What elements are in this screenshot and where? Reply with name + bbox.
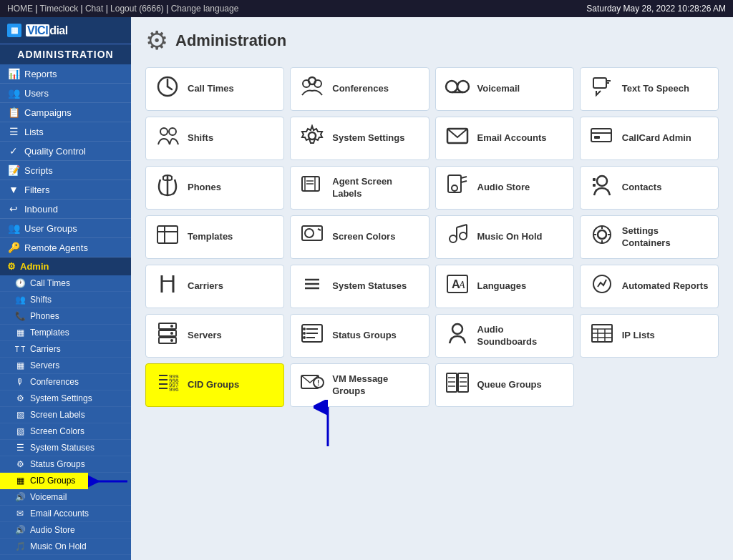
svg-point-62 bbox=[170, 325, 173, 328]
grid-item-templates[interactable]: Templates bbox=[145, 215, 284, 259]
users-icon: 👥 bbox=[7, 87, 20, 99]
servers-sidebar-icon: ▦ bbox=[14, 360, 26, 370]
sidebar-sub-screen-colors[interactable]: ▧ Screen Colors bbox=[0, 423, 131, 440]
svg-line-27 bbox=[461, 177, 467, 178]
sidebar-sub-system-settings[interactable]: ⚙ System Settings bbox=[0, 390, 131, 407]
sidebar-arrow-left bbox=[88, 474, 131, 488]
grid-item-automated-reports[interactable]: Automated Reports bbox=[580, 265, 719, 308]
sidebar-sub-music-on-hold[interactable]: 🎵 Music On Hold bbox=[0, 539, 131, 555]
svg-point-64 bbox=[170, 339, 173, 342]
shifts-icon: 👥 bbox=[14, 295, 26, 305]
svg-point-38 bbox=[450, 235, 457, 242]
grid-item-system-settings[interactable]: System Settings bbox=[290, 117, 429, 160]
grid-item-audio-soundboards[interactable]: Audio Soundboards bbox=[435, 314, 574, 358]
grid-item-music-on-hold[interactable]: Music On Hold bbox=[435, 215, 574, 259]
screencolors-grid-icon bbox=[299, 225, 325, 250]
grid-item-shifts[interactable]: Shifts bbox=[145, 117, 284, 160]
grid-item-system-statuses[interactable]: System Statuses bbox=[290, 265, 429, 308]
svg-point-26 bbox=[452, 185, 457, 191]
sidebar-sub-system-statuses[interactable]: ☰ System Statuses bbox=[0, 440, 131, 456]
topbar-nav[interactable]: HOME | Timeclock | Chat | Logout (6666) … bbox=[7, 4, 238, 14]
voicemail-grid-icon bbox=[445, 77, 470, 102]
sidebar-item-filters[interactable]: ▼ Filters bbox=[0, 180, 131, 200]
nav-logout[interactable]: Logout (6666) bbox=[110, 4, 164, 14]
grid-item-languages[interactable]: AA Languages bbox=[435, 265, 574, 308]
sub-label-shifts: Shifts bbox=[30, 295, 52, 305]
sidebar-item-users[interactable]: 👥 Users bbox=[0, 84, 131, 103]
grid-item-voicemail[interactable]: Voicemail bbox=[435, 67, 574, 111]
cidgroups-sidebar-icon: ▦ bbox=[14, 476, 26, 486]
sidebar-sub-email-accounts[interactable]: ✉ Email Accounts bbox=[0, 506, 131, 522]
phones-label: Phones bbox=[188, 182, 221, 194]
svg-point-8 bbox=[457, 81, 469, 92]
sidebar-item-lists[interactable]: ☰ Lists bbox=[0, 122, 131, 142]
sidebar-sub-servers[interactable]: ▦ Servers bbox=[0, 358, 131, 374]
svg-point-63 bbox=[170, 332, 173, 335]
grid-item-callcard-admin[interactable]: CallCard Admin bbox=[580, 117, 719, 160]
grid-item-call-times[interactable]: Call Times bbox=[145, 67, 284, 111]
grid-item-settings-containers[interactable]: Settings Containers bbox=[580, 215, 719, 259]
sidebar-sub-cid-groups[interactable]: ▦ CID Groups bbox=[0, 473, 88, 489]
servers-label: Servers bbox=[188, 330, 222, 342]
sub-label-calltimes: Call Times bbox=[30, 278, 70, 288]
soundboards-label: Audio Soundboards bbox=[477, 324, 565, 348]
nav-chat[interactable]: Chat bbox=[85, 4, 103, 14]
sub-label-emailaccounts: Email Accounts bbox=[30, 509, 89, 519]
grid-item-contacts[interactable]: Contacts bbox=[580, 166, 719, 210]
grid-item-email-accounts[interactable]: Email Accounts bbox=[435, 117, 574, 160]
sidebar-label-remoteagents: Remote Agents bbox=[24, 242, 88, 253]
sidebar-sub-conferences[interactable]: 🎙 Conferences bbox=[0, 374, 131, 390]
grid-item-phones[interactable]: Phones bbox=[145, 166, 284, 210]
grid-item-status-groups[interactable]: Status Groups bbox=[290, 314, 429, 358]
sidebar-item-remote-agents[interactable]: 🔑 Remote Agents bbox=[0, 238, 131, 257]
nav-home[interactable]: HOME bbox=[7, 4, 33, 14]
grid-item-servers[interactable]: Servers bbox=[145, 314, 284, 358]
sidebar-sub-shifts[interactable]: 👥 Shifts bbox=[0, 292, 131, 308]
sidebar-label-usergroups: User Groups bbox=[24, 223, 77, 234]
sidebar-sub-audio-store[interactable]: 🔊 Audio Store bbox=[0, 522, 131, 539]
grid-item-audio-store[interactable]: Audio Store bbox=[435, 166, 574, 210]
sidebar-sub-call-times[interactable]: 🕐 Call Times bbox=[0, 275, 131, 292]
sidebar-logo[interactable]: ▦ VICIdial bbox=[0, 17, 131, 44]
calltimes-icon: 🕐 bbox=[14, 278, 26, 288]
sidebar-item-user-groups[interactable]: 👥 User Groups bbox=[0, 219, 131, 238]
sidebar-item-campaigns[interactable]: 📋 Campaigns bbox=[0, 103, 131, 122]
grid-item-agent-screen-labels[interactable]: Agent Screen Labels bbox=[290, 166, 429, 210]
nav-timeclock[interactable]: Timeclock bbox=[40, 4, 79, 14]
sub-label-statusgroups: Status Groups bbox=[30, 459, 85, 469]
page-title: Administration bbox=[175, 31, 286, 50]
grid-item-carriers[interactable]: Carriers bbox=[145, 265, 284, 308]
audiostore-sidebar-icon: 🔊 bbox=[14, 525, 26, 535]
svg-rect-30 bbox=[593, 178, 596, 181]
sidebar-item-quality-control[interactable]: ✓ Quality Control bbox=[0, 142, 131, 161]
sidebar-item-reports[interactable]: 📊 Reports bbox=[0, 64, 131, 84]
grid-item-conferences[interactable]: Conferences bbox=[290, 67, 429, 111]
sub-label-screencolors: Screen Colors bbox=[30, 426, 84, 436]
grid-item-text-to-speech[interactable]: Text To Speech bbox=[580, 67, 719, 111]
languages-label: Languages bbox=[477, 280, 527, 293]
svg-point-70 bbox=[303, 332, 306, 335]
autoreports-label: Automated Reports bbox=[622, 280, 709, 293]
sidebar-sub-voicemail[interactable]: 🔊 Voicemail bbox=[0, 489, 131, 506]
sidebar-sub-templates[interactable]: ▦ Templates bbox=[0, 325, 131, 341]
sidebar-sub-phones[interactable]: 📞 Phones bbox=[0, 308, 131, 325]
sidebar-sub-status-groups[interactable]: ⚙ Status Groups bbox=[0, 456, 131, 473]
sidebar-item-scripts[interactable]: 📝 Scripts bbox=[0, 161, 131, 180]
sidebar-item-inbound[interactable]: ↩ Inbound bbox=[0, 200, 131, 219]
admin-section-header[interactable]: ⚙ Admin bbox=[0, 257, 131, 275]
conferences-sidebar-icon: 🎙 bbox=[14, 377, 26, 387]
sidebar-sub-carriers[interactable]: T T Carriers bbox=[0, 341, 131, 358]
sidebar-sub-screen-labels[interactable]: ▧ Screen Labels bbox=[0, 407, 131, 423]
page-header: ⚙ Administration bbox=[131, 17, 733, 62]
voicemail-label: Voicemail bbox=[477, 83, 520, 95]
svg-rect-10 bbox=[593, 78, 606, 88]
grid-item-ip-lists[interactable]: IP Lists bbox=[580, 314, 719, 358]
up-arrow-svg bbox=[314, 400, 342, 450]
sub-label-audiostore: Audio Store bbox=[30, 525, 75, 535]
sidebar-cid-groups-row: ▦ CID Groups bbox=[0, 473, 131, 489]
grid-item-screen-colors[interactable]: Screen Colors bbox=[290, 215, 429, 259]
svg-text:A: A bbox=[458, 280, 465, 290]
cidgroups-grid-icon: 999-998-997-996- bbox=[155, 371, 180, 399]
nav-language[interactable]: Change language bbox=[171, 4, 239, 14]
sidebar-label-lists: Lists bbox=[24, 127, 44, 137]
